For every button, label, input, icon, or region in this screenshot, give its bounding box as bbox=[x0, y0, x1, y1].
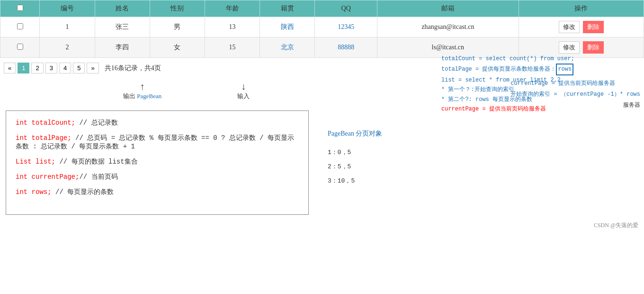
delete-button-0[interactable]: 删除 bbox=[583, 21, 604, 33]
output-label: 输出 PageBean bbox=[123, 92, 161, 101]
cell-actions: 修改 删除 bbox=[519, 17, 644, 37]
bottom-section: int totalCount; // 总记录数int totalPage; //… bbox=[0, 107, 644, 219]
col-name: 姓名 bbox=[95, 0, 150, 17]
up-arrow-icon: ↑ bbox=[140, 81, 145, 92]
pagebean-item: 3：10，5 bbox=[328, 175, 355, 187]
col-age: 年龄 bbox=[205, 0, 259, 17]
pagebean-item: 1：0，5 bbox=[328, 147, 355, 159]
code-box: int totalCount; // 总记录数int totalPage; //… bbox=[6, 110, 309, 215]
data-table: 编号 姓名 性别 年龄 籍贯 QQ 邮箱 操作 1 张三 男 13 陕西 123… bbox=[0, 0, 644, 58]
pagebean-items: 1：0，52：5，53：10，5 bbox=[328, 147, 355, 189]
cell-origin: 北京 bbox=[260, 37, 315, 58]
table-row: 1 张三 男 13 陕西 12345 zhangsan@itcast.cn 修改… bbox=[0, 17, 644, 37]
currentpage-line: currentPage = 提供当前页码给服务器 bbox=[510, 78, 640, 89]
watermark: CSDN @失落的爱 bbox=[0, 219, 644, 232]
cell-id: 2 bbox=[40, 37, 95, 58]
col-origin: 籍贯 bbox=[260, 0, 315, 17]
cell-checkbox bbox=[0, 37, 40, 58]
pagebean-item: 2：5，5 bbox=[328, 161, 355, 173]
input-io: ↓ 输入 bbox=[237, 81, 250, 101]
cell-name: 张三 bbox=[95, 17, 150, 37]
cell-name: 李四 bbox=[95, 37, 150, 58]
cell-age: 15 bbox=[205, 37, 259, 58]
cell-gender: 女 bbox=[150, 37, 205, 58]
col-gender: 性别 bbox=[150, 0, 205, 17]
output-io: ↑ 输出 PageBean bbox=[123, 81, 161, 101]
start-index-line: 开始查询的索引 = （currentPage -1）* rows bbox=[510, 89, 640, 100]
page-button-2[interactable]: 2 bbox=[31, 63, 43, 74]
rows-highlight: rows bbox=[556, 64, 573, 75]
annotation-line1: totalCount = select count(*) from user; bbox=[441, 54, 640, 64]
cell-gender: 男 bbox=[150, 17, 205, 37]
modify-button-1[interactable]: 修改 bbox=[559, 41, 580, 54]
pagebean-label: PageBean bbox=[137, 92, 161, 100]
page-button-1[interactable]: 1 bbox=[18, 63, 29, 74]
code-line: int currentPage;// 当前页码 bbox=[16, 173, 299, 181]
prev-page-button[interactable]: « bbox=[4, 63, 16, 74]
delete-button-1[interactable]: 删除 bbox=[583, 41, 604, 54]
row-checkbox-1[interactable] bbox=[17, 44, 23, 50]
page-button-4[interactable]: 4 bbox=[59, 63, 71, 74]
col-email: 邮箱 bbox=[377, 0, 519, 17]
code-line: int totalCount; // 总记录数 bbox=[16, 119, 299, 127]
annotation-line2: totalPage = 提供每页显示条数给服务器：rows bbox=[441, 64, 640, 75]
cell-age: 13 bbox=[205, 17, 259, 37]
page-button-3[interactable]: 3 bbox=[45, 63, 57, 74]
cell-email: zhangsan@itcast.cn bbox=[377, 17, 519, 37]
server-label: 服务器 bbox=[510, 100, 640, 111]
cell-checkbox bbox=[0, 17, 40, 37]
page-button-5[interactable]: 5 bbox=[73, 63, 85, 74]
code-line: List list; // 每页的数据 list集合 bbox=[16, 157, 299, 166]
col-id: 编号 bbox=[40, 0, 95, 17]
cell-origin: 陕西 bbox=[260, 17, 315, 37]
cell-qq: 88888 bbox=[315, 37, 377, 58]
cell-id: 1 bbox=[40, 17, 95, 37]
next-page-button[interactable]: » bbox=[87, 63, 98, 74]
table-area: 编号 姓名 性别 年龄 籍贯 QQ 邮箱 操作 1 张三 男 13 陕西 123… bbox=[0, 0, 644, 58]
pagination-info: 共16条记录，共4页 bbox=[105, 64, 161, 73]
pagebean-side: PageBean 分页对象 1：0，52：5，53：10，5 bbox=[318, 110, 638, 215]
input-label: 输入 bbox=[237, 92, 250, 101]
table-header-row: 编号 姓名 性别 年龄 籍贯 QQ 邮箱 操作 bbox=[0, 0, 644, 17]
col-action: 操作 bbox=[519, 0, 644, 17]
down-arrow-icon: ↓ bbox=[241, 81, 246, 92]
select-all-checkbox[interactable] bbox=[17, 5, 23, 11]
modify-button-0[interactable]: 修改 bbox=[559, 21, 580, 33]
code-line: int totalPage; // 总页码 = 总记录数 % 每页显示条数 ==… bbox=[16, 134, 299, 151]
col-checkbox bbox=[0, 0, 40, 17]
pagination-controls: « 1 2 3 4 5 » bbox=[4, 63, 99, 74]
pagebean-title: PageBean 分页对象 bbox=[328, 129, 382, 138]
cell-qq: 12345 bbox=[315, 17, 377, 37]
row-checkbox-0[interactable] bbox=[17, 23, 23, 29]
code-line: int rows; // 每页显示的条数 bbox=[16, 188, 299, 196]
col-qq: QQ bbox=[315, 0, 377, 17]
currentpage-annotation: currentPage = 提供当前页码给服务器 开始查询的索引 = （curr… bbox=[510, 78, 640, 110]
